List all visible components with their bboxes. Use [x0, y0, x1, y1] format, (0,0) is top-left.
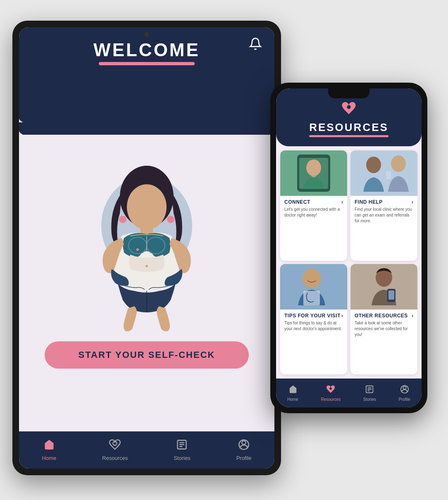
tablet-nav-resources-label: Resources	[102, 455, 128, 461]
phone-stories-icon	[365, 385, 374, 396]
svg-point-23	[306, 160, 321, 176]
other-resources-card-arrow: ›	[412, 313, 413, 319]
tablet-nav-resources[interactable]: Resources	[102, 439, 128, 461]
other-resources-card-title: OTHER RESOURCES	[355, 313, 408, 319]
app-logo-icon	[341, 101, 356, 119]
tablet-nav-stories[interactable]: Stories	[174, 439, 190, 461]
phone-nav-profile-label: Profile	[398, 397, 410, 402]
connect-card[interactable]: CONNECT › Let's get you connected with a…	[280, 150, 347, 261]
tablet-screen: WELCOME	[19, 27, 274, 469]
phone-nav-profile[interactable]: Profile	[398, 385, 410, 402]
svg-point-10	[167, 216, 174, 223]
resources-icon	[109, 439, 121, 453]
start-self-check-button[interactable]: START YOUR SELF-CHECK	[45, 341, 249, 369]
resources-title: RESOURCES	[309, 121, 388, 137]
phone-nav-resources-label: Resources	[321, 397, 341, 402]
find-help-card-body: FIND HELP › Find your local clinic where…	[350, 196, 417, 261]
svg-point-5	[136, 248, 139, 251]
svg-point-11	[127, 184, 167, 230]
svg-point-30	[303, 269, 321, 288]
welcome-underline	[99, 62, 195, 65]
phone-bottom-nav: Home Resources	[276, 379, 422, 407]
svg-rect-35	[388, 290, 394, 300]
tablet-device: WELCOME	[12, 21, 281, 475]
tablet-bottom-nav: Home Resources	[19, 431, 274, 469]
other-resources-card[interactable]: OTHER RESOURCES › Take a look at some ot…	[350, 264, 417, 374]
tablet-nav-stories-label: Stories	[174, 455, 190, 461]
connect-card-body: CONNECT › Let's get you connected with a…	[280, 196, 347, 261]
woman-illustration	[76, 160, 217, 333]
find-help-card-desc: Find your local clinic where you can get…	[355, 207, 413, 224]
resources-heading: RESOURCES	[309, 121, 388, 134]
notification-icon[interactable]	[249, 37, 262, 52]
welcome-title: WELCOME	[93, 40, 200, 65]
tips-card-title: TIPS FOR YOUR VISIT	[284, 313, 341, 319]
home-icon	[43, 439, 55, 453]
phone-notch	[328, 88, 369, 98]
connect-card-title-row: CONNECT ›	[284, 199, 343, 205]
phone-home-icon	[288, 385, 298, 396]
tablet-nav-profile[interactable]: Profile	[236, 439, 252, 461]
tablet-nav-home-label: Home	[42, 455, 56, 461]
tips-card-arrow: ›	[341, 313, 343, 319]
other-resources-card-image	[350, 264, 417, 310]
find-help-card-image	[350, 150, 417, 196]
tablet-nav-profile-label: Profile	[236, 455, 252, 461]
profile-icon	[238, 439, 250, 453]
svg-point-27	[391, 155, 406, 172]
tips-card-desc: Tips for things to say & do at your next…	[284, 320, 343, 332]
other-resources-card-title-row: OTHER RESOURCES ›	[355, 313, 413, 319]
phone-device: RESOURCES	[270, 83, 427, 413]
phone-nav-resources[interactable]: Resources	[321, 385, 341, 402]
svg-rect-31	[303, 291, 320, 305]
phone-nav-home-label: Home	[287, 397, 298, 402]
svg-point-9	[119, 216, 126, 223]
resources-grid: CONNECT › Let's get you connected with a…	[276, 146, 422, 379]
welcome-heading: WELCOME	[93, 40, 200, 60]
find-help-card-arrow: ›	[412, 199, 413, 205]
find-help-card[interactable]: FIND HELP › Find your local clinic where…	[350, 150, 417, 261]
svg-point-26	[366, 157, 381, 173]
svg-point-16	[242, 441, 245, 445]
find-help-card-title: FIND HELP	[355, 199, 383, 205]
tips-card[interactable]: TIPS FOR YOUR VISIT › Tips for things to…	[280, 264, 347, 374]
phone-screen: RESOURCES	[276, 88, 422, 407]
svg-rect-28	[386, 171, 391, 179]
tablet-body: START YOUR SELF-CHECK	[19, 135, 274, 431]
tips-card-title-row: TIPS FOR YOUR VISIT ›	[284, 313, 343, 319]
phone-profile-icon	[400, 385, 409, 396]
tablet-camera	[144, 32, 149, 37]
connect-card-image	[280, 150, 347, 196]
other-resources-card-body: OTHER RESOURCES › Take a look at some ot…	[350, 310, 417, 374]
phone-nav-stories-label: Stories	[363, 397, 376, 402]
connect-card-desc: Let's get you connected with a doctor ri…	[284, 207, 343, 218]
tablet-nav-home[interactable]: Home	[42, 439, 56, 461]
other-resources-card-desc: Take a look at some other resources we'v…	[355, 320, 413, 338]
phone-resources-icon	[326, 385, 335, 396]
resources-underline	[309, 135, 388, 137]
stories-icon	[176, 439, 188, 453]
svg-point-43	[403, 386, 406, 389]
tips-card-image	[280, 264, 347, 310]
find-help-card-title-row: FIND HELP ›	[355, 199, 413, 205]
tips-card-body: TIPS FOR YOUR VISIT › Tips for things to…	[280, 310, 347, 374]
connect-card-title: CONNECT	[284, 199, 310, 205]
tablet-header: WELCOME	[19, 27, 274, 135]
scene: WELCOME	[0, 0, 448, 500]
connect-card-arrow: ›	[341, 199, 343, 205]
phone-nav-home[interactable]: Home	[287, 385, 298, 402]
svg-point-7	[145, 265, 148, 267]
phone-nav-stories[interactable]: Stories	[363, 385, 376, 402]
